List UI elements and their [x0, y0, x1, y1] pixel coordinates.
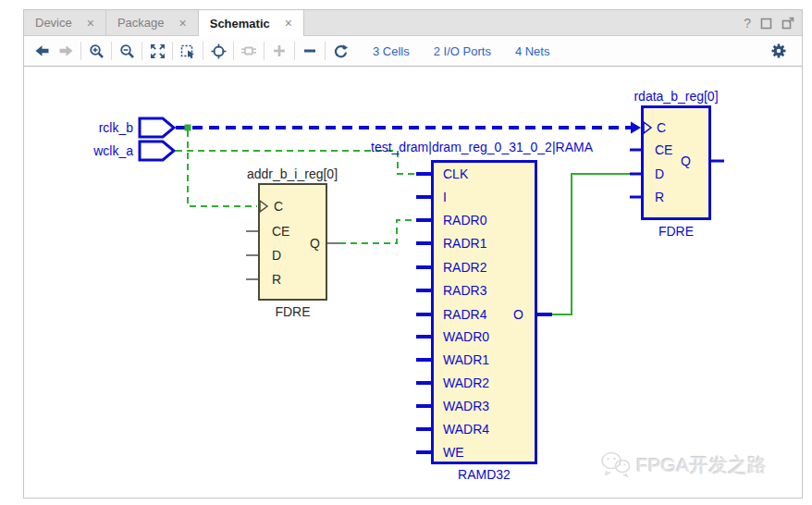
stubs-addr-inputs	[246, 231, 258, 279]
pin-ram-radr2: RADR2	[443, 260, 486, 275]
window-buttons: ?	[744, 10, 794, 36]
net-rclk-b-arrowhead	[631, 122, 641, 134]
pin-addr-q: Q	[298, 236, 320, 251]
toolbar-separator	[325, 42, 326, 60]
pin-ram-wadr2: WADR2	[443, 376, 489, 390]
tab-device-label: Device	[35, 16, 72, 30]
zoom-in-icon[interactable]	[84, 40, 108, 62]
toolbar-separator	[111, 42, 112, 60]
pin-ram-we: WE	[443, 445, 464, 460]
zoom-out-icon[interactable]	[115, 40, 139, 62]
pin-ram-o: O	[500, 307, 523, 322]
settings-gear-icon[interactable]	[767, 40, 791, 62]
cell-type-rdata: FDRE	[641, 224, 711, 239]
watermark: FPGA开发之路	[599, 450, 767, 481]
close-icon[interactable]: ×	[87, 17, 94, 30]
tab-schematic[interactable]: Schematic ×	[199, 10, 304, 36]
schematic-canvas[interactable]: rclk_b wclk_a addr_b_i_reg[0] C CE D R Q…	[24, 67, 802, 498]
tab-package-label: Package	[117, 16, 165, 30]
close-icon[interactable]: ×	[285, 17, 292, 30]
net-ram-o[interactable]	[552, 174, 630, 314]
tab-package[interactable]: Package ×	[106, 10, 199, 35]
cell-title-ram: test_dram|dram_reg_0_31_0_2|RAMA	[357, 140, 607, 154]
watermark-text: FPGA开发之路	[636, 452, 767, 478]
toolbar-separator	[203, 42, 203, 60]
tab-bar: Device × Package × Schematic × ?	[24, 10, 802, 36]
toolbar-separator	[80, 42, 81, 60]
cell-title-addr: addr_b_i_reg[0]	[223, 166, 362, 181]
zoom-fit-icon[interactable]	[145, 40, 169, 62]
maximize-icon[interactable]	[760, 18, 772, 30]
pin-addr-c: C	[274, 199, 283, 214]
pin-ram-radr0: RADR0	[443, 213, 486, 228]
regenerate-icon[interactable]	[328, 40, 352, 62]
pin-rdata-c: C	[657, 120, 666, 135]
pin-addr-ce: CE	[272, 224, 289, 239]
pin-ram-wadr0: WADR0	[443, 329, 489, 344]
float-window-icon[interactable]	[781, 17, 794, 30]
expand-cone-icon[interactable]	[237, 40, 261, 62]
zoom-to-selection-icon[interactable]	[176, 40, 200, 62]
tab-schematic-label: Schematic	[210, 17, 270, 31]
nets-link[interactable]: 4 Nets	[515, 44, 550, 58]
pin-ram-wadr1: WADR1	[443, 352, 489, 367]
port-label-wclk-a[interactable]: wclk_a	[61, 143, 133, 158]
pin-ram-wadr3: WADR3	[443, 399, 489, 413]
pin-rdata-d: D	[655, 166, 664, 181]
pin-addr-r: R	[272, 272, 281, 287]
autofit-selection-icon[interactable]	[206, 40, 230, 62]
back-icon[interactable]	[30, 40, 54, 62]
pin-ram-radr1: RADR1	[443, 236, 486, 251]
pin-ram-radr4: RADR4	[443, 307, 486, 322]
pin-rdata-r: R	[655, 190, 664, 204]
cell-title-rdata: rdata_b_reg[0]	[607, 89, 745, 104]
close-icon[interactable]: ×	[179, 17, 187, 30]
help-icon[interactable]: ?	[744, 16, 751, 31]
io-ports-link[interactable]: 2 I/O Ports	[434, 44, 491, 58]
pin-rdata-q: Q	[668, 154, 691, 168]
port-label-rclk-b[interactable]: rclk_b	[61, 120, 133, 135]
pin-ram-radr3: RADR3	[443, 283, 486, 298]
toolbar-separator	[264, 42, 265, 60]
pin-addr-d: D	[272, 248, 281, 263]
expand-plus-icon[interactable]	[267, 40, 291, 62]
toolbar-separator	[294, 42, 295, 60]
cell-type-addr: FDRE	[258, 304, 327, 319]
schematic-window: Device × Package × Schematic × ?	[23, 9, 803, 499]
cells-link[interactable]: 3 Cells	[373, 44, 410, 58]
tab-device[interactable]: Device ×	[24, 10, 106, 35]
port-rclk-b-shape[interactable]	[140, 118, 174, 137]
wechat-logo-icon	[599, 450, 631, 481]
net-addr-q[interactable]	[339, 220, 416, 243]
toolbar-separator	[141, 42, 142, 60]
pin-ram-clk: CLK	[443, 166, 468, 181]
collapse-minus-icon[interactable]	[298, 40, 322, 62]
pin-ram-i: I	[443, 190, 447, 204]
toolbar-separator	[172, 42, 173, 60]
net-junction-dot	[185, 125, 191, 131]
cell-type-ram: RAMD32	[431, 467, 537, 482]
port-wclk-a-shape[interactable]	[140, 142, 174, 160]
forward-icon[interactable]	[54, 40, 78, 62]
schematic-toolbar: 3 Cells 2 I/O Ports 4 Nets	[24, 36, 802, 67]
toolbar-separator	[233, 42, 234, 60]
pin-ram-wadr4: WADR4	[443, 422, 489, 437]
